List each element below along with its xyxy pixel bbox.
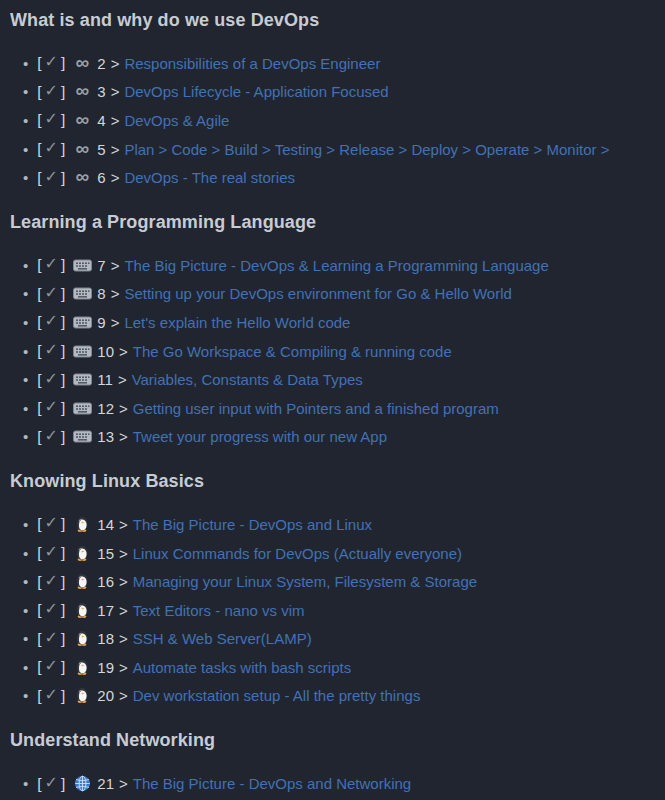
course-checklist-page: What is and why do we use DevOps • [ ✓ ]…	[0, 0, 665, 798]
sections-root: What is and why do we use DevOps • [ ✓ ]…	[10, 10, 665, 798]
lesson-link[interactable]: DevOps - The real stories	[124, 169, 295, 186]
lesson-link[interactable]: The Big Picture - DevOps & Learning a Pr…	[124, 257, 548, 274]
bracket-close: ]	[61, 342, 65, 360]
checkbox-done[interactable]: [ ✓ ]	[37, 573, 65, 591]
keyboard-icon-slot	[72, 259, 92, 272]
bracket-close: ]	[61, 573, 65, 591]
checkbox-done[interactable]: [ ✓ ]	[37, 658, 65, 676]
checkbox-done[interactable]: [ ✓ ]	[37, 313, 65, 331]
check-icon: ✓	[45, 515, 58, 531]
keyboard-icon	[73, 316, 92, 329]
keyboard-icon-slot	[72, 316, 92, 329]
lesson-link[interactable]: Dev workstation setup - All the pretty t…	[133, 687, 421, 704]
bracket-close: ]	[61, 169, 65, 187]
course-section: Knowing Linux Basics • [ ✓ ] 14 > The Bi…	[10, 471, 665, 710]
checkbox-done[interactable]: [ ✓ ]	[37, 169, 65, 187]
checkbox-done[interactable]: [ ✓ ]	[37, 630, 65, 648]
lesson-item: • [ ✓ ] 19 > Automate tasks with bash sc…	[10, 653, 665, 682]
bracket-close: ]	[61, 658, 65, 676]
penguin-icon	[74, 545, 90, 562]
penguin-icon	[74, 573, 90, 590]
lesson-item: • [ ✓ ] 10 > The Go Workspace & Compilin…	[10, 337, 665, 366]
lesson-list: • [ ✓ ] 21 > The Big Picture - DevOps an…	[10, 769, 665, 798]
penguin-icon	[74, 630, 90, 647]
checkbox-done[interactable]: [ ✓ ]	[37, 111, 65, 129]
check-icon: ✓	[45, 573, 58, 589]
bracket-close: ]	[61, 256, 65, 274]
checkbox-done[interactable]: [ ✓ ]	[37, 140, 65, 158]
check-icon: ✓	[45, 313, 58, 329]
lesson-link[interactable]: DevOps Lifecycle - Application Focused	[124, 83, 388, 100]
lesson-link[interactable]: Linux Commands for DevOps (Actually ever…	[133, 545, 462, 562]
separator-chevron: >	[119, 659, 128, 676]
lesson-link[interactable]: DevOps & Agile	[124, 112, 229, 129]
infinity-icon: ∞	[76, 139, 90, 158]
lesson-link[interactable]: Automate tasks with bash scripts	[133, 659, 351, 676]
checkbox-done[interactable]: [ ✓ ]	[37, 54, 65, 72]
bullet-dot: •	[23, 258, 28, 273]
lesson-link[interactable]: SSH & Web Server(LAMP)	[133, 630, 312, 647]
checkbox-done[interactable]: [ ✓ ]	[37, 285, 65, 303]
bracket-open: [	[37, 687, 41, 705]
checkbox-done[interactable]: [ ✓ ]	[37, 256, 65, 274]
bracket-close: ]	[61, 601, 65, 619]
lesson-link[interactable]: Text Editors - nano vs vim	[133, 602, 305, 619]
lesson-item: • [ ✓ ] 14 > The Big Picture - DevOps an…	[10, 510, 665, 539]
course-section: Learning a Programming Language • [ ✓ ] …	[10, 212, 665, 451]
bullet-dot: •	[23, 286, 28, 301]
section-title: Learning a Programming Language	[10, 212, 665, 233]
checkbox-done[interactable]: [ ✓ ]	[37, 371, 65, 389]
lesson-link[interactable]: Managing your Linux System, Filesystem &…	[133, 573, 477, 590]
lesson-link[interactable]: Responsibilities of a DevOps Engineer	[124, 55, 380, 72]
lesson-item: • [ ✓ ] 7 > The Big Picture - DevOps & L…	[10, 251, 665, 280]
lesson-link[interactable]: Variables, Constants & Data Types	[132, 371, 363, 388]
lesson-link[interactable]: Setting up your DevOps environment for G…	[124, 285, 511, 302]
checkbox-done[interactable]: [ ✓ ]	[37, 342, 65, 360]
lesson-list: • [ ✓ ] ∞ 2 > Responsibilities of a DevO…	[10, 49, 665, 192]
lesson-link[interactable]: The Big Picture - DevOps and Networking	[133, 775, 411, 792]
bracket-open: [	[37, 54, 41, 72]
lesson-link[interactable]: Getting user input with Pointers and a f…	[133, 400, 499, 417]
bracket-open: [	[37, 342, 41, 360]
keyboard-icon-slot	[72, 430, 92, 443]
bracket-open: [	[37, 83, 41, 101]
bracket-close: ]	[61, 399, 65, 417]
checkbox-done[interactable]: [ ✓ ]	[37, 775, 65, 793]
lesson-link[interactable]: Let's explain the Hello World code	[124, 314, 350, 331]
lesson-link[interactable]: Tweet your progress with our new App	[133, 428, 387, 445]
checkbox-done[interactable]: [ ✓ ]	[37, 428, 65, 446]
checkbox-done[interactable]: [ ✓ ]	[37, 83, 65, 101]
bracket-close: ]	[61, 630, 65, 648]
lesson-link[interactable]: Plan > Code > Build > Testing > Release …	[124, 141, 609, 158]
separator-chevron: >	[119, 428, 128, 445]
keyboard-icon	[73, 430, 92, 443]
lesson-number: 2	[97, 55, 105, 72]
lesson-number: 11	[97, 371, 113, 388]
lesson-link[interactable]: The Go Workspace & Compiling & running c…	[133, 343, 452, 360]
separator-chevron: >	[119, 516, 128, 533]
infinity-icon-slot: ∞	[72, 168, 92, 187]
keyboard-icon	[73, 402, 92, 415]
checkbox-done[interactable]: [ ✓ ]	[37, 515, 65, 533]
bracket-open: [	[37, 601, 41, 619]
checkbox-done[interactable]: [ ✓ ]	[37, 399, 65, 417]
lesson-item: • [ ✓ ] 8 > Setting up your DevOps envir…	[10, 280, 665, 309]
lesson-link[interactable]: The Big Picture - DevOps and Linux	[133, 516, 372, 533]
lesson-number: 15	[97, 545, 114, 562]
bracket-open: [	[37, 285, 41, 303]
checkbox-done[interactable]: [ ✓ ]	[37, 544, 65, 562]
bracket-open: [	[37, 544, 41, 562]
penguin-icon-slot	[72, 545, 92, 562]
check-icon: ✓	[45, 111, 58, 127]
penguin-icon-slot	[72, 687, 92, 704]
bracket-open: [	[37, 111, 41, 129]
keyboard-icon	[73, 373, 92, 386]
checkbox-done[interactable]: [ ✓ ]	[37, 601, 65, 619]
section-title: What is and why do we use DevOps	[10, 10, 665, 31]
bullet-dot: •	[23, 401, 28, 416]
lesson-item: • [ ✓ ] 16 > Managing your Linux System,…	[10, 567, 665, 596]
lesson-number: 20	[97, 687, 114, 704]
lesson-number: 21	[97, 775, 114, 792]
checkbox-done[interactable]: [ ✓ ]	[37, 687, 65, 705]
separator-chevron: >	[119, 602, 128, 619]
